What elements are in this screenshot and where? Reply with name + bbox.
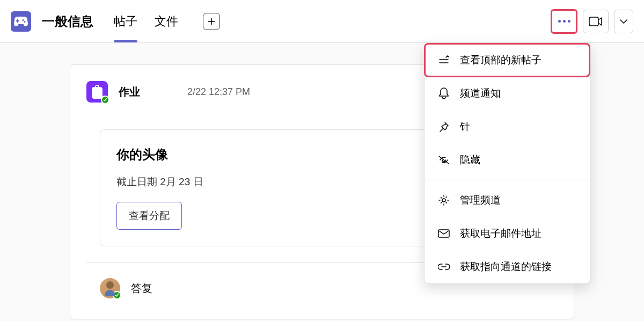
add-tab-button[interactable] <box>203 13 220 30</box>
hide-icon <box>437 154 450 166</box>
menu-item-hide[interactable]: 隐藏 <box>425 143 590 177</box>
menu-divider <box>425 180 590 180</box>
menu-item-manage-channel[interactable]: 管理频道 <box>425 184 590 217</box>
plus-icon <box>207 17 216 26</box>
sort-icon <box>437 54 450 67</box>
presence-badge-available <box>113 291 121 300</box>
menu-item-label: 隐藏 <box>460 153 480 167</box>
link-icon <box>437 260 450 273</box>
post-author: 作业 <box>119 85 140 99</box>
menu-item-get-email[interactable]: 获取电子邮件地址 <box>425 217 590 250</box>
menu-item-label: 频道通知 <box>460 86 501 100</box>
more-options-menu: 查看顶部的新帖子 频道通知 针 隐藏 管理频道 获取电子邮件地址 获取 <box>424 43 590 284</box>
menu-item-view-new-posts[interactable]: 查看顶部的新帖子 <box>424 43 590 77</box>
more-button-highlight <box>551 9 577 34</box>
assignment-avatar <box>86 81 108 103</box>
svg-point-1 <box>442 199 445 202</box>
video-call-button[interactable] <box>583 10 609 33</box>
chevron-down-icon <box>620 19 627 24</box>
svg-rect-2 <box>438 230 449 237</box>
dots-icon <box>558 20 570 23</box>
tabs-container: 帖子 文件 <box>105 0 220 42</box>
svg-rect-0 <box>589 17 598 26</box>
pin-icon <box>437 120 450 133</box>
tab-files[interactable]: 文件 <box>146 0 187 42</box>
user-avatar <box>100 278 120 298</box>
header-bar: 一般信息 帖子 文件 <box>0 0 644 43</box>
menu-item-pin[interactable]: 针 <box>425 110 590 143</box>
tab-posts[interactable]: 帖子 <box>105 0 146 42</box>
bell-icon <box>437 87 450 100</box>
channel-avatar <box>11 11 31 32</box>
menu-item-get-link[interactable]: 获取指向通道的链接 <box>425 250 590 283</box>
presence-badge-available <box>101 96 109 104</box>
video-icon <box>589 17 603 26</box>
channel-title: 一般信息 <box>42 13 93 30</box>
game-controller-icon <box>14 17 28 26</box>
reply-button[interactable]: 答复 <box>131 281 152 296</box>
post-timestamp: 2/22 12:37 PM <box>187 86 250 98</box>
menu-item-label: 针 <box>460 120 470 134</box>
menu-item-channel-notifications[interactable]: 频道通知 <box>425 77 590 110</box>
more-options-button[interactable] <box>553 11 575 32</box>
menu-item-label: 获取指向通道的链接 <box>460 260 552 274</box>
expand-button[interactable] <box>614 10 633 33</box>
menu-item-label: 管理频道 <box>460 193 501 207</box>
menu-item-label: 查看顶部的新帖子 <box>460 53 541 67</box>
gear-icon <box>437 194 450 207</box>
view-assignment-button[interactable]: 查看分配 <box>116 202 182 230</box>
mail-icon <box>437 227 450 240</box>
menu-item-label: 获取电子邮件地址 <box>460 227 541 240</box>
